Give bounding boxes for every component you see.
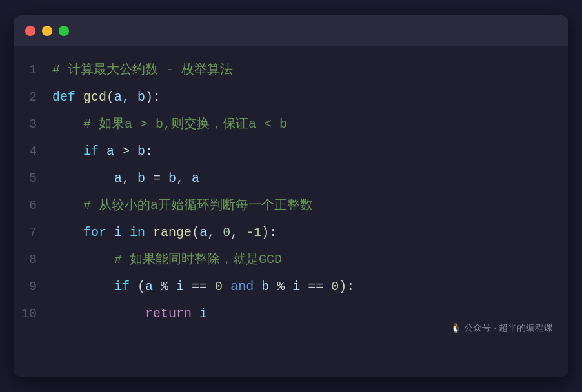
token: b xyxy=(137,144,145,159)
token: a xyxy=(199,225,207,240)
close-button[interactable] xyxy=(25,26,35,36)
token: b xyxy=(137,171,145,186)
line-content: # 从较小的a开始循环判断每一个正整数 xyxy=(52,196,313,215)
token: # 如果a > b,则交换，保证a < b xyxy=(52,117,287,132)
token: 0 xyxy=(331,279,339,294)
line-number: 2 xyxy=(14,90,52,104)
maximize-button[interactable] xyxy=(59,26,69,36)
code-line: 7 for i in range(a, 0, -1): xyxy=(14,222,568,249)
token: b xyxy=(261,279,269,294)
code-line: 2def gcd(a, b): xyxy=(14,86,568,113)
token xyxy=(192,306,199,321)
token: ( xyxy=(106,90,114,104)
token: ( xyxy=(192,225,199,240)
token: # 计算最大公约数 - 枚举算法 xyxy=(52,63,233,77)
token: and xyxy=(230,279,254,294)
token xyxy=(122,225,130,240)
token: , xyxy=(207,225,223,240)
token: : xyxy=(145,144,153,159)
token: , xyxy=(122,171,137,186)
token: , xyxy=(176,171,192,186)
line-number: 3 xyxy=(14,117,52,132)
token xyxy=(52,306,145,321)
token: i xyxy=(114,225,122,240)
token: if xyxy=(83,144,99,159)
token: > xyxy=(114,144,137,159)
line-number: 10 xyxy=(14,306,52,321)
token: a xyxy=(114,171,122,186)
token xyxy=(106,225,114,240)
token: == xyxy=(184,279,215,294)
token: a xyxy=(145,279,153,294)
token: 0 xyxy=(215,279,223,294)
line-content: # 计算最大公约数 - 枚举算法 xyxy=(52,61,233,80)
line-content: # 如果a > b,则交换，保证a < b xyxy=(52,115,287,134)
watermark: 🐧 公众号 · 超平的编程课 xyxy=(450,322,553,334)
token: gcd xyxy=(83,90,106,104)
token: % xyxy=(153,279,176,294)
token: b xyxy=(168,171,176,186)
line-number: 4 xyxy=(14,144,52,159)
watermark-text: 公众号 · 超平的编程课 xyxy=(464,322,553,333)
line-number: 9 xyxy=(14,279,52,294)
token: ): xyxy=(145,90,161,104)
code-line: 8 # 如果能同时整除，就是GCD xyxy=(14,249,568,276)
token: ( xyxy=(130,279,145,294)
code-line: 1# 计算最大公约数 - 枚举算法 xyxy=(14,59,568,86)
token xyxy=(52,171,114,186)
token: = xyxy=(145,171,168,186)
code-window: 1# 计算最大公约数 - 枚举算法2def gcd(a, b):3 # 如果a … xyxy=(14,15,568,377)
line-content: return i xyxy=(52,304,207,324)
token xyxy=(52,225,83,240)
token: -1 xyxy=(246,225,261,240)
line-content: def gcd(a, b): xyxy=(52,88,161,107)
titlebar xyxy=(14,15,568,46)
token xyxy=(99,144,106,159)
code-line: 4 if a > b: xyxy=(14,141,568,168)
token: # 如果能同时整除，就是GCD xyxy=(52,252,282,267)
token xyxy=(52,144,83,159)
code-line: 3 # 如果a > b,则交换，保证a < b xyxy=(14,113,568,141)
line-content: a, b = b, a xyxy=(52,169,199,188)
token: ): xyxy=(339,279,354,294)
token: i xyxy=(292,279,300,294)
token: ): xyxy=(261,225,277,240)
token: range xyxy=(153,225,192,240)
code-editor: 1# 计算最大公约数 - 枚举算法2def gcd(a, b):3 # 如果a … xyxy=(14,46,568,343)
minimize-button[interactable] xyxy=(42,26,52,36)
token: for xyxy=(83,225,106,240)
token xyxy=(75,90,83,104)
line-number: 1 xyxy=(14,63,52,77)
token: , xyxy=(230,225,246,240)
token: return xyxy=(145,306,192,321)
line-content: if (a % i == 0 and b % i == 0): xyxy=(52,277,354,297)
token: if xyxy=(114,279,130,294)
line-number: 7 xyxy=(14,225,52,240)
token: == xyxy=(300,279,331,294)
token: a xyxy=(106,144,114,159)
line-content: for i in range(a, 0, -1): xyxy=(52,223,277,242)
line-number: 6 xyxy=(14,198,52,213)
line-content: # 如果能同时整除，就是GCD xyxy=(52,250,282,270)
token: a xyxy=(192,171,199,186)
token xyxy=(223,279,230,294)
code-line: 5 a, b = b, a xyxy=(14,168,568,195)
code-line: 6 # 从较小的a开始循环判断每一个正整数 xyxy=(14,195,568,222)
token: a, b xyxy=(114,90,145,104)
token: in xyxy=(130,225,145,240)
token xyxy=(52,279,114,294)
token xyxy=(254,279,261,294)
line-content: if a > b: xyxy=(52,142,153,161)
token: def xyxy=(52,90,75,104)
code-line: 9 if (a % i == 0 and b % i == 0): xyxy=(14,276,568,303)
token xyxy=(145,225,153,240)
token: i xyxy=(176,279,184,294)
wechat-icon: 🐧 xyxy=(450,322,461,333)
line-number: 8 xyxy=(14,252,52,267)
token: # 从较小的a开始循环判断每一个正整数 xyxy=(52,198,313,213)
line-number: 5 xyxy=(14,171,52,186)
token: % xyxy=(269,279,292,294)
token: i xyxy=(199,306,207,321)
token: 0 xyxy=(223,225,230,240)
